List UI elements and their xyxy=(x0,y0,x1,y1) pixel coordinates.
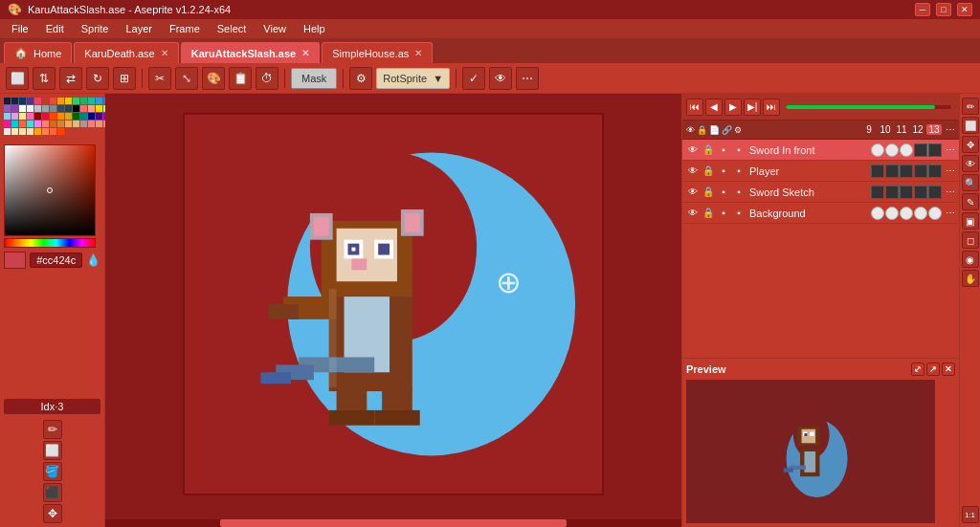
palette-cell-56[interactable] xyxy=(4,128,11,135)
frame-bg-11[interactable] xyxy=(900,207,913,220)
menu-edit[interactable]: Edit xyxy=(38,21,72,36)
new-sprite-btn[interactable]: ⬜ xyxy=(6,67,29,90)
title-bar-controls[interactable]: ─ □ ✕ xyxy=(915,3,972,16)
menu-layer[interactable]: Layer xyxy=(118,21,160,36)
palette-cell-2[interactable] xyxy=(19,98,26,104)
frame-player-12[interactable] xyxy=(914,165,927,178)
frame-player-10[interactable] xyxy=(885,165,899,178)
menu-view[interactable]: View xyxy=(256,21,294,36)
frame-player-11[interactable] xyxy=(900,165,913,178)
palette-cell-59[interactable] xyxy=(27,128,33,135)
layer-lock-sketch[interactable]: 🔒 xyxy=(702,186,715,199)
palette-cell-50[interactable] xyxy=(65,121,72,127)
layer-vis-sketch[interactable]: 👁 xyxy=(686,186,700,199)
palette-cell-22[interactable] xyxy=(65,105,72,112)
right-fill-tool[interactable]: ▣ xyxy=(962,212,979,230)
frame-bg-13[interactable] xyxy=(928,207,942,220)
crop-btn[interactable]: ✂ xyxy=(148,67,171,90)
right-zoom-tool[interactable]: 🔍 xyxy=(962,174,979,191)
canvas-area[interactable]: ⊕ xyxy=(105,94,681,527)
palette-cell-31[interactable] xyxy=(27,113,33,120)
tab-home[interactable]: 🏠 Home xyxy=(4,42,72,63)
hue-bar[interactable] xyxy=(4,238,96,248)
palette-cell-33[interactable] xyxy=(42,113,49,120)
layer-player[interactable]: 👁 🔒 ▪ ▪ Player ⋯ xyxy=(682,161,959,182)
palette-cell-53[interactable] xyxy=(88,121,95,127)
palette-cell-8[interactable] xyxy=(65,98,72,104)
palette-cell-9[interactable] xyxy=(73,98,79,104)
eye-btn[interactable]: 👁 xyxy=(489,67,512,90)
sprite-canvas[interactable]: ⊕ xyxy=(183,113,604,495)
frame-bg-12[interactable] xyxy=(914,207,927,220)
maximize-button[interactable]: □ xyxy=(936,3,951,16)
mask-button[interactable]: Mask xyxy=(291,68,337,89)
palette-cell-5[interactable] xyxy=(42,98,49,104)
palette-cell-7[interactable] xyxy=(57,98,64,104)
right-pixel-ratio-btn[interactable]: 1:1 xyxy=(962,506,979,523)
layer-vis-sword[interactable]: 👁 xyxy=(686,143,700,157)
tab-karudeath-close[interactable]: ✕ xyxy=(161,48,168,58)
frame-player-9[interactable] xyxy=(871,165,884,178)
palette-cell-36[interactable] xyxy=(65,113,72,120)
hex-value[interactable]: #cc424c xyxy=(30,253,82,268)
palette-cell-1[interactable] xyxy=(11,98,18,104)
palette-cell-0[interactable] xyxy=(4,98,11,104)
right-hand-tool[interactable]: ✋ xyxy=(962,270,979,287)
menu-frame[interactable]: Frame xyxy=(162,21,208,36)
frame-player-13[interactable] xyxy=(928,165,942,178)
layer-sword-in-front[interactable]: 👁 🔒 ▪ ▪ Sword In front ⋯ xyxy=(682,140,959,161)
palette-cell-60[interactable] xyxy=(34,128,41,135)
palette-cell-3[interactable] xyxy=(27,98,33,104)
dropper-icon[interactable]: 💧 xyxy=(86,253,100,267)
close-button[interactable]: ✕ xyxy=(957,3,972,16)
palette-cell-34[interactable] xyxy=(50,113,56,120)
layer-player-more[interactable]: ⋯ xyxy=(946,165,955,176)
tab-karuattack-close[interactable]: ✕ xyxy=(301,48,309,58)
palette-cell-62[interactable] xyxy=(50,128,56,135)
frame-prev-btn[interactable]: ◀ xyxy=(705,99,723,116)
palette-cell-35[interactable] xyxy=(57,113,64,120)
frame-play-btn[interactable]: ▶ xyxy=(724,99,742,116)
palette-cell-39[interactable] xyxy=(88,113,95,120)
palette-cell-40[interactable] xyxy=(96,113,102,120)
palette-cell-54[interactable] xyxy=(96,121,102,127)
tab-simplehouse[interactable]: SimpleHouse.as ✕ xyxy=(322,42,433,63)
palette-cell-25[interactable] xyxy=(88,105,95,112)
frame-last-btn[interactable]: ⏭ xyxy=(763,99,780,116)
pencil-tool[interactable]: ✏ xyxy=(43,420,62,439)
palette-cell-19[interactable] xyxy=(42,105,49,112)
frame-sword-9[interactable] xyxy=(871,143,884,157)
preview-close-btn[interactable]: ✕ xyxy=(942,362,955,376)
palette-cell-37[interactable] xyxy=(73,113,79,120)
palette-cell-21[interactable] xyxy=(57,105,64,112)
palette-cell-45[interactable] xyxy=(27,121,33,127)
right-pen-tool[interactable]: ✏ xyxy=(962,98,979,115)
palette-cell-61[interactable] xyxy=(42,128,49,135)
layer-sword-more[interactable]: ⋯ xyxy=(946,144,955,155)
color-mode-btn[interactable]: 🎨 xyxy=(202,67,225,90)
palette-cell-49[interactable] xyxy=(57,121,64,127)
frame-first-btn[interactable]: ⏮ xyxy=(686,99,703,116)
rotate-btn[interactable]: ↻ xyxy=(86,67,109,90)
palette-cell-4[interactable] xyxy=(34,98,41,104)
current-color-box[interactable] xyxy=(4,252,26,269)
frame-sword-13[interactable] xyxy=(928,143,942,157)
grid-btn[interactable]: ⊞ xyxy=(113,67,136,90)
palette-cell-23[interactable] xyxy=(73,105,79,112)
palette-cell-32[interactable] xyxy=(34,113,41,120)
frame-btn[interactable]: 📋 xyxy=(229,67,252,90)
tab-karuattack[interactable]: KaruAttackSlash.ase ✕ xyxy=(181,42,320,63)
fill-tool[interactable]: 🪣 xyxy=(43,462,62,481)
eraser-tool[interactable]: ⬜ xyxy=(43,441,62,460)
palette-cell-52[interactable] xyxy=(80,121,87,127)
timeline-btn[interactable]: ⏱ xyxy=(256,67,278,90)
canvas-hscroll-thumb[interactable] xyxy=(220,519,566,527)
right-eraser-tool[interactable]: ◻ xyxy=(962,231,979,249)
palette-cell-63[interactable] xyxy=(57,128,64,135)
layer-lock-player[interactable]: 🔒 xyxy=(702,165,715,178)
palette-cell-12[interactable] xyxy=(96,98,102,104)
palette-cell-11[interactable] xyxy=(88,98,95,104)
frame-sketch-9[interactable] xyxy=(871,186,884,199)
frame-next-btn[interactable]: ▶| xyxy=(744,99,761,116)
palette-cell-6[interactable] xyxy=(50,98,56,104)
